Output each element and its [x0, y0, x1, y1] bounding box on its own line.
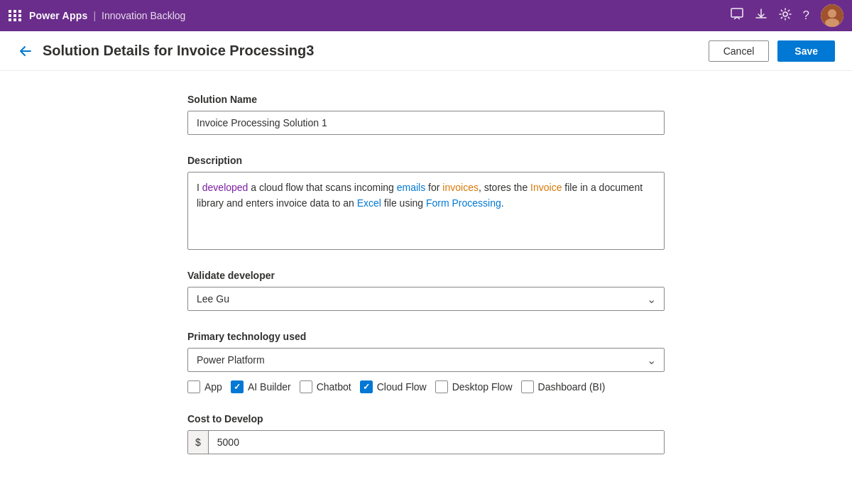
user-avatar[interactable] [821, 4, 843, 27]
cancel-button[interactable]: Cancel [709, 40, 770, 62]
header-actions: Cancel Save [709, 40, 835, 62]
checkbox-desktop-flow-box[interactable] [435, 380, 448, 393]
checkbox-dashboard-bi-label: Dashboard (BI) [538, 381, 606, 393]
checkbox-ai-builder[interactable]: AI Builder [231, 380, 291, 393]
back-button[interactable] [17, 43, 34, 60]
primary-tech-label: Primary technology used [187, 331, 665, 342]
cost-input-wrapper: $ [187, 430, 665, 454]
feedback-icon[interactable] [731, 8, 743, 23]
page-title: Solution Details for Invoice Processing3 [43, 43, 709, 59]
description-textarea[interactable]: I developed a cloud flow that scans inco… [187, 172, 665, 250]
solution-name-input[interactable] [187, 111, 665, 135]
cost-input[interactable] [209, 431, 664, 454]
svg-point-4 [825, 18, 839, 27]
form-container: Solution Name Description I developed a … [170, 94, 682, 454]
topbar-separator: | [93, 10, 96, 21]
validate-developer-wrapper: Lee Gu ⌄ [187, 287, 665, 311]
validate-developer-label: Validate developer [187, 270, 665, 281]
topbar-context: Innovation Backlog [102, 10, 185, 21]
checkbox-dashboard-bi-box[interactable] [521, 380, 534, 393]
checkbox-dashboard-bi[interactable]: Dashboard (BI) [521, 380, 606, 393]
svg-point-1 [783, 12, 787, 16]
page-header: Solution Details for Invoice Processing3… [0, 31, 852, 71]
checkbox-desktop-flow-label: Desktop Flow [452, 381, 513, 393]
solution-name-group: Solution Name [187, 94, 665, 135]
topbar: Power Apps | Innovation Backlog ? [0, 0, 852, 31]
checkbox-app-label: App [204, 381, 222, 393]
checkbox-chatbot-box[interactable] [300, 380, 312, 393]
checkbox-chatbot[interactable]: Chatbot [300, 380, 351, 393]
checkbox-app[interactable]: App [187, 380, 222, 393]
checkbox-chatbot-label: Chatbot [317, 381, 351, 393]
checkbox-cloud-flow[interactable]: Cloud Flow [360, 380, 427, 393]
topbar-actions: ? [731, 4, 843, 27]
svg-point-3 [828, 9, 836, 18]
cost-develop-label: Cost to Develop [187, 413, 665, 424]
cost-prefix: $ [188, 431, 209, 454]
description-group: Description I developed a cloud flow tha… [187, 155, 665, 250]
checkbox-desktop-flow[interactable]: Desktop Flow [435, 380, 513, 393]
primary-tech-wrapper: Power Platform ⌄ [187, 348, 665, 372]
validate-developer-group: Validate developer Lee Gu ⌄ [187, 270, 665, 311]
main-content: Solution Name Description I developed a … [0, 71, 852, 504]
settings-icon[interactable] [779, 8, 792, 23]
solution-name-label: Solution Name [187, 94, 665, 105]
checkbox-cloud-flow-label: Cloud Flow [377, 381, 427, 393]
help-icon[interactable]: ? [803, 9, 809, 23]
save-button[interactable]: Save [777, 40, 835, 62]
checkbox-ai-builder-label: AI Builder [248, 381, 291, 393]
primary-tech-group: Primary technology used Power Platform ⌄… [187, 331, 665, 393]
validate-developer-select[interactable]: Lee Gu [187, 287, 665, 311]
checkbox-ai-builder-box[interactable] [231, 380, 244, 393]
cost-develop-group: Cost to Develop $ [187, 413, 665, 454]
checkbox-app-box[interactable] [187, 380, 200, 393]
technology-checkboxes: App AI Builder Chatbot Cloud Flow Deskto… [187, 380, 665, 393]
svg-rect-0 [731, 9, 743, 17]
app-name: Power Apps [29, 10, 87, 21]
description-label: Description [187, 155, 665, 166]
app-launcher-icon[interactable] [9, 10, 22, 21]
download-icon[interactable] [755, 8, 768, 23]
checkbox-cloud-flow-box[interactable] [360, 380, 373, 393]
primary-tech-select[interactable]: Power Platform [187, 348, 665, 372]
